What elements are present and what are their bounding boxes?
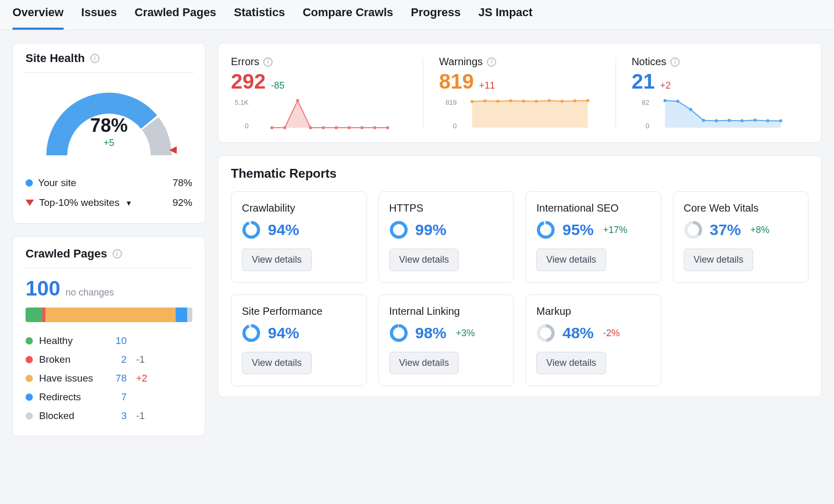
legend-your-site-value: 78% (173, 177, 192, 189)
gauge-delta: +5 (41, 138, 177, 149)
crawled-row-blocked[interactable]: Blocked3-1 (26, 407, 192, 425)
svg-point-29 (766, 119, 769, 122)
legend-top10[interactable]: Top-10% websites ▾ 92% (26, 193, 192, 213)
crawled-row-label: Broken (39, 354, 102, 365)
report-markup: Markup48%-2%View details (525, 294, 661, 386)
metric-notices-delta: +2 (660, 80, 671, 91)
view-details-button[interactable]: View details (684, 249, 754, 271)
crawled-row-delta: +2 (136, 373, 148, 384)
crawled-row-broken[interactable]: Broken2-1 (26, 350, 192, 369)
view-details-button[interactable]: View details (242, 352, 312, 374)
view-details-button[interactable]: View details (536, 249, 606, 271)
svg-point-20 (586, 99, 590, 102)
crawled-row-value: 78 (108, 373, 127, 384)
svg-point-19 (573, 100, 577, 103)
crawled-row-healthy[interactable]: Healthy10 (26, 331, 192, 350)
bar-segment-issues[interactable] (45, 308, 176, 322)
crawled-row-label: Have issues (39, 373, 102, 384)
crawled-pages-sub: no changes (66, 287, 114, 298)
dot-icon (26, 356, 33, 363)
view-details-button[interactable]: View details (389, 352, 459, 374)
axis-label: 819 (439, 99, 457, 106)
info-icon[interactable]: i (263, 57, 273, 67)
legend-top10-value: 92% (173, 197, 192, 208)
svg-point-4 (309, 126, 312, 129)
caret-down-icon (26, 200, 34, 206)
svg-point-36 (538, 223, 553, 237)
svg-point-2 (283, 126, 286, 129)
warnings-sparkline (460, 99, 600, 130)
metric-notices-value[interactable]: 21 (632, 70, 655, 93)
report-delta: -2% (603, 328, 620, 339)
crawled-row-label: Blocked (39, 410, 102, 422)
svg-point-8 (360, 126, 363, 129)
svg-point-18 (561, 100, 564, 103)
report-pct: 48% (562, 324, 594, 342)
tab-overview[interactable]: Overview (13, 0, 64, 30)
bar-segment-blocked[interactable] (187, 308, 192, 322)
legend-your-site-label: Your site (38, 177, 76, 189)
report-pct: 37% (710, 221, 741, 239)
donut-icon (536, 324, 555, 342)
report-title: HTTPS (389, 202, 504, 214)
report-site-performance: Site Performance94%View details (231, 294, 367, 386)
site-health-gauge: 78% +5 (41, 82, 177, 161)
donut-icon (242, 220, 261, 239)
metrics-card: Errors i 292 -85 5.1K 0 (218, 43, 821, 143)
svg-point-15 (522, 100, 525, 103)
svg-point-28 (753, 118, 756, 121)
dot-icon (26, 412, 33, 420)
donut-icon (389, 324, 408, 342)
svg-point-3 (296, 99, 299, 102)
view-details-button[interactable]: View details (389, 249, 459, 271)
svg-point-16 (535, 100, 538, 103)
bar-segment-healthy[interactable] (26, 308, 42, 322)
errors-sparkline (252, 99, 408, 130)
svg-point-11 (471, 100, 474, 103)
tab-js-impact[interactable]: JS Impact (479, 0, 533, 30)
view-details-button[interactable]: View details (242, 249, 312, 271)
dot-icon (26, 375, 33, 382)
metric-errors: Errors i 292 -85 5.1K 0 (231, 54, 423, 132)
report-internal-linking: Internal Linking98%+3%View details (378, 294, 514, 386)
tab-statistics[interactable]: Statistics (234, 0, 285, 30)
tab-issues[interactable]: Issues (81, 0, 117, 30)
tab-crawled-pages[interactable]: Crawled Pages (134, 0, 216, 30)
crawled-pages-total[interactable]: 100 (26, 277, 60, 300)
crawled-row-redirects[interactable]: Redirects7 (26, 388, 192, 407)
site-health-card: Site Health i 78% +5 Your site 78% (13, 43, 205, 224)
report-title: Site Performance (242, 305, 356, 317)
legend-top10-label: Top-10% websites (39, 197, 119, 208)
crawled-row-label: Redirects (39, 391, 102, 403)
svg-point-30 (779, 119, 782, 122)
view-details-button[interactable]: View details (536, 352, 606, 374)
bar-segment-redirects[interactable] (176, 308, 187, 322)
svg-point-10 (386, 126, 389, 129)
svg-point-22 (676, 100, 679, 103)
svg-point-12 (484, 100, 487, 103)
svg-point-21 (663, 99, 666, 102)
tab-progress[interactable]: Progress (411, 0, 460, 30)
info-icon[interactable]: i (113, 249, 122, 259)
metric-errors-title: Errors (231, 56, 259, 68)
svg-point-23 (689, 108, 692, 111)
metric-errors-value[interactable]: 292 (231, 70, 266, 93)
info-icon[interactable]: i (90, 54, 100, 63)
info-icon[interactable]: i (670, 57, 680, 67)
crawled-row-issues[interactable]: Have issues78+2 (26, 369, 192, 388)
axis-label: 0 (439, 122, 457, 130)
crawled-row-delta: -1 (136, 354, 145, 365)
report-delta: +3% (456, 328, 475, 339)
crawled-row-delta: -1 (136, 410, 145, 422)
svg-point-14 (509, 99, 512, 102)
metric-notices-title: Notices (632, 56, 667, 68)
crawled-row-value: 10 (108, 335, 127, 347)
svg-point-40 (244, 326, 259, 340)
svg-point-7 (348, 126, 351, 129)
svg-point-34 (391, 223, 406, 237)
metric-warnings-value[interactable]: 819 (439, 70, 474, 93)
info-icon[interactable]: i (487, 57, 496, 67)
tab-compare-crawls[interactable]: Compare Crawls (303, 0, 394, 30)
report-delta: +8% (751, 225, 770, 236)
crawled-pages-list: Healthy10Broken2-1Have issues78+2Redirec… (26, 331, 192, 425)
